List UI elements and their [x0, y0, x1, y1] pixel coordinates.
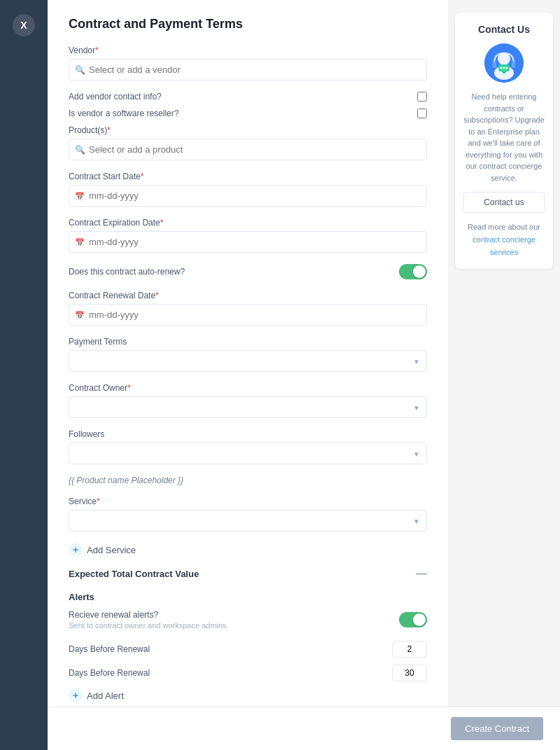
contract-start-wrap: 📅 — [69, 185, 427, 207]
add-vendor-contact-row: Add vendor contact info? — [69, 92, 427, 102]
add-service-icon: + — [69, 543, 83, 557]
main-form-area: Contract and Payment Terms Vendor* 🔍 Add… — [48, 0, 448, 750]
contact-card: Contact Us Need help entering contracts … — [455, 13, 553, 269]
service-select[interactable] — [69, 510, 427, 532]
calendar-icon-renewal: 📅 — [75, 310, 85, 319]
contract-expiration-label: Contract Expiration Date* — [69, 218, 427, 228]
svg-point-8 — [503, 67, 505, 69]
is-reseller-row: Is vendor a software reseller? — [69, 109, 427, 118]
contract-expiration-input[interactable] — [69, 231, 427, 253]
contact-us-title: Contact Us — [463, 24, 545, 35]
products-input-wrap: 🔍 — [69, 139, 427, 160]
days-before-2-input[interactable] — [392, 665, 427, 681]
add-alert-label: Add Alert — [87, 690, 124, 701]
products-input[interactable] — [69, 139, 427, 160]
auto-renew-label: Does this contract auto-renew? — [69, 267, 185, 277]
days-before-1-row: Days Before Renewal — [69, 641, 427, 658]
followers-select-wrap: ▼ — [69, 443, 427, 464]
contract-owner-select-wrap: ▼ — [69, 396, 427, 418]
contract-start-input[interactable] — [69, 185, 427, 207]
toggle-knob — [413, 265, 426, 278]
svg-rect-4 — [512, 62, 515, 68]
receive-alerts-row: Recieve renewal alerts? Sent to contract… — [69, 610, 427, 630]
service-label: Service* — [69, 496, 427, 506]
product-search-icon: 🔍 — [75, 145, 85, 155]
payment-terms-select-wrap: ▼ — [69, 350, 427, 372]
product-placeholder-group: {{ Product name Placeholder }} — [69, 475, 427, 485]
receive-alerts-toggle[interactable] — [399, 612, 427, 627]
receive-alerts-toggle-knob — [413, 613, 426, 626]
payment-terms-label: Payment Terms — [69, 337, 427, 347]
right-panel: Contact Us Need help entering contracts … — [448, 0, 560, 750]
alerts-title: Alerts — [69, 592, 94, 602]
add-alert-icon: + — [69, 688, 83, 702]
svg-point-7 — [500, 67, 503, 69]
contact-us-button[interactable]: Contact us — [463, 192, 545, 213]
alerts-sub-text: Sent to contract owner and workspace adm… — [69, 621, 229, 630]
calendar-icon-start: 📅 — [75, 191, 85, 200]
alerts-section: Alerts Recieve renewal alerts? Sent to c… — [69, 590, 427, 702]
payment-terms-select[interactable] — [69, 350, 427, 372]
vendor-input-wrap: 🔍 — [69, 59, 427, 81]
add-alert-button[interactable]: + Add Alert — [69, 688, 124, 702]
contract-expiration-group: Contract Expiration Date* 📅 — [69, 218, 427, 253]
days-before-2-label: Days Before Renewal — [69, 668, 150, 678]
contract-expiration-wrap: 📅 — [69, 231, 427, 253]
contact-avatar — [484, 43, 524, 83]
sidebar: X — [0, 0, 48, 750]
vendor-input[interactable] — [69, 59, 427, 81]
search-icon: 🔍 — [75, 65, 85, 75]
add-service-button[interactable]: + Add Service — [69, 543, 136, 557]
expected-total-title: Expected Total Contract Value — [69, 569, 199, 579]
vendor-group: Vendor* 🔍 — [69, 46, 427, 81]
contract-owner-group: Contract Owner* ▼ — [69, 383, 427, 418]
renewal-date-input[interactable] — [69, 304, 427, 326]
footer-bar: Create Contract — [48, 707, 560, 750]
add-vendor-contact-label: Add vendor contact info? — [69, 92, 162, 102]
renewal-date-label: Contract Renewal Date* — [69, 291, 427, 300]
expected-total-header: Expected Total Contract Value — — [69, 568, 427, 579]
contact-description: Need help entering contracts or subscrip… — [463, 91, 545, 183]
renewal-date-wrap: 📅 — [69, 304, 427, 326]
products-group: Product(s)* 🔍 — [69, 125, 427, 160]
products-label: Product(s)* — [69, 125, 427, 135]
calendar-icon-expiration: 📅 — [75, 237, 85, 246]
read-more-text: Read more about our — [468, 223, 540, 231]
days-before-2-row: Days Before Renewal — [69, 665, 427, 681]
close-button[interactable]: X — [13, 14, 35, 36]
contract-start-group: Contract Start Date* 📅 — [69, 172, 427, 207]
contract-start-label: Contract Start Date* — [69, 172, 427, 181]
contact-avatar-icon — [484, 43, 524, 83]
followers-label: Followers — [69, 429, 427, 439]
receive-alerts-text: Recieve renewal alerts? Sent to contract… — [69, 610, 229, 630]
service-group: Service* ▼ — [69, 496, 427, 532]
followers-select[interactable] — [69, 443, 427, 464]
svg-rect-3 — [493, 62, 496, 68]
service-select-wrap: ▼ — [69, 510, 427, 532]
add-vendor-contact-checkbox[interactable] — [417, 92, 427, 102]
receive-alerts-label: Recieve renewal alerts? — [69, 610, 229, 620]
payment-terms-group: Payment Terms ▼ — [69, 337, 427, 372]
is-reseller-label: Is vendor a software reseller? — [69, 109, 178, 118]
renewal-date-group: Contract Renewal Date* 📅 — [69, 291, 427, 326]
auto-renew-row: Does this contract auto-renew? — [69, 264, 427, 279]
contract-owner-label: Contract Owner* — [69, 383, 427, 393]
collapse-expected-total-button[interactable]: — — [416, 568, 427, 579]
add-service-row: + Add Service — [69, 543, 427, 557]
add-service-label: Add Service — [87, 545, 136, 555]
add-alert-row: + Add Alert — [69, 688, 427, 702]
contract-concierge-link[interactable]: contract concierge services — [472, 235, 536, 256]
svg-point-9 — [506, 67, 508, 69]
contact-read-more: Read more about our contract concierge s… — [463, 220, 545, 258]
contract-owner-select[interactable] — [69, 396, 427, 418]
days-before-1-label: Days Before Renewal — [69, 644, 150, 654]
is-reseller-checkbox[interactable] — [417, 109, 427, 118]
create-contract-button[interactable]: Create Contract — [451, 717, 543, 740]
page-title: Contract and Payment Terms — [69, 17, 427, 32]
auto-renew-toggle[interactable] — [399, 264, 427, 279]
followers-group: Followers ▼ — [69, 429, 427, 464]
product-placeholder-text: {{ Product name Placeholder }} — [69, 475, 427, 485]
days-before-1-input[interactable] — [392, 641, 427, 658]
vendor-label: Vendor* — [69, 46, 427, 55]
